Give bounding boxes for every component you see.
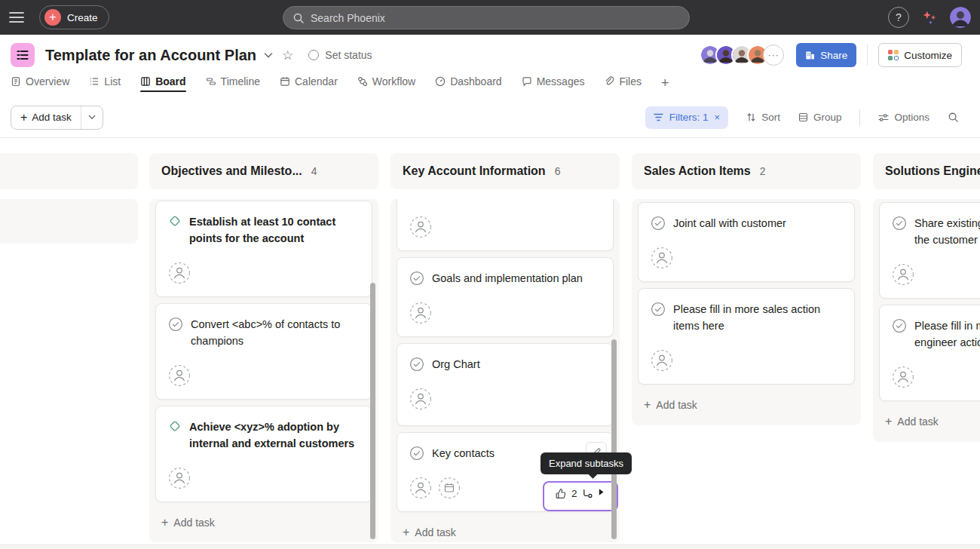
create-button[interactable]: + Create bbox=[39, 5, 109, 29]
add-task-label: Add task bbox=[415, 526, 455, 538]
customize-button[interactable]: Customize bbox=[878, 43, 962, 67]
column-title: Key Account Information bbox=[403, 164, 546, 178]
share-button[interactable]: Share bbox=[796, 43, 856, 67]
assignee-placeholder-icon[interactable] bbox=[168, 262, 191, 284]
thumbs-up-icon[interactable] bbox=[555, 488, 567, 500]
tab-messages[interactable]: Messages bbox=[522, 75, 585, 94]
task-title: Joint call with customer bbox=[673, 215, 786, 232]
milestone-icon[interactable] bbox=[168, 214, 182, 247]
assignee-placeholder-icon[interactable] bbox=[168, 467, 191, 489]
favorite-star-icon[interactable]: ☆ bbox=[282, 49, 293, 62]
assignee-placeholder-icon[interactable] bbox=[409, 302, 432, 324]
plus-icon: + bbox=[20, 111, 27, 124]
filters-chip[interactable]: Filters: 1 × bbox=[645, 106, 728, 129]
expand-subtasks-toggle[interactable]: 2 bbox=[543, 481, 618, 511]
set-status-button[interactable]: Set status bbox=[308, 49, 372, 61]
task-card[interactable]: Share existing the customer bbox=[879, 202, 980, 299]
hamburger-menu-icon[interactable] bbox=[0, 0, 33, 35]
assignee-placeholder-icon[interactable] bbox=[651, 247, 673, 269]
column-add-task-button[interactable]: + Add task bbox=[879, 407, 980, 436]
task-complete-icon[interactable] bbox=[651, 302, 666, 334]
assignee-placeholder-icon[interactable] bbox=[651, 349, 673, 372]
search-bar[interactable] bbox=[283, 6, 690, 29]
task-complete-icon[interactable] bbox=[651, 216, 666, 232]
task-complete-icon[interactable] bbox=[409, 271, 424, 287]
task-complete-icon[interactable] bbox=[892, 318, 907, 351]
tab-files[interactable]: Files bbox=[604, 75, 642, 94]
task-card[interactable]: Please fill in m engineer action it bbox=[879, 305, 980, 401]
task-complete-icon[interactable] bbox=[168, 317, 183, 349]
tab-board[interactable]: Board bbox=[140, 75, 185, 94]
board-toolbar: + Add task Filters: 1 × Sort Group Optio… bbox=[0, 97, 980, 138]
task-complete-icon[interactable] bbox=[892, 216, 907, 248]
task-card[interactable]: Establish at least 10 contact points for… bbox=[155, 201, 372, 297]
assignee-placeholder-icon[interactable] bbox=[409, 216, 432, 238]
tab-timeline[interactable]: Timeline bbox=[206, 75, 260, 94]
task-title: Achieve <xyz>% adoption by internal and … bbox=[189, 419, 360, 452]
column-header[interactable]: Objectives and Milesto... 4 bbox=[149, 153, 378, 189]
task-card[interactable]: Convert <abc>% of contacts to champions bbox=[155, 303, 372, 400]
assignee-placeholder-icon[interactable] bbox=[409, 388, 432, 410]
sort-button[interactable]: Sort bbox=[746, 112, 780, 123]
expand-subtasks-tooltip: Expand subtasks bbox=[541, 452, 632, 474]
task-card-key-contacts[interactable]: Key contacts 2 bbox=[397, 432, 614, 512]
group-button[interactable]: Group bbox=[798, 112, 842, 123]
subtask-count: 2 bbox=[571, 488, 577, 499]
project-header: Template for an Account Plan ☆ Set statu… bbox=[0, 35, 980, 75]
tab-calendar[interactable]: Calendar bbox=[280, 75, 338, 94]
task-title-line: Please fill in m bbox=[914, 317, 980, 334]
add-task-button[interactable]: + Add task bbox=[11, 106, 103, 130]
column-add-task-button[interactable]: + Add task bbox=[155, 508, 372, 537]
column-header[interactable]: Solutions Enginee bbox=[873, 153, 980, 189]
column-scrollbar[interactable] bbox=[370, 283, 375, 539]
task-card[interactable]: Joint call with customer bbox=[638, 202, 855, 282]
task-title-line: engineer action it bbox=[914, 334, 980, 351]
tab-add[interactable]: + bbox=[661, 75, 669, 97]
user-avatar[interactable] bbox=[950, 7, 971, 28]
tab-workflow[interactable]: Workflow bbox=[357, 75, 415, 94]
tab-dashboard[interactable]: Dashboard bbox=[435, 75, 502, 94]
status-circle-icon bbox=[308, 50, 319, 60]
task-card[interactable]: Please fill in more sales action items h… bbox=[638, 288, 855, 385]
header-divider bbox=[867, 44, 868, 66]
caret-right-icon bbox=[598, 488, 605, 496]
task-card-clipped[interactable] bbox=[397, 199, 614, 251]
tab-label: List bbox=[104, 75, 121, 87]
due-date-placeholder-icon[interactable] bbox=[438, 477, 461, 499]
column-header[interactable] bbox=[0, 153, 138, 189]
plus-icon: + bbox=[885, 415, 892, 428]
sort-label: Sort bbox=[761, 112, 780, 123]
task-complete-icon[interactable] bbox=[409, 446, 424, 462]
tab-overview[interactable]: Overview bbox=[11, 75, 69, 94]
add-task-dropdown[interactable] bbox=[81, 106, 103, 129]
assignee-placeholder-icon[interactable] bbox=[168, 364, 191, 387]
column-title: Objectives and Milesto... bbox=[161, 164, 302, 178]
task-card[interactable]: Goals and implementation plan bbox=[397, 257, 614, 337]
column-scrollbar[interactable] bbox=[611, 339, 617, 539]
ai-sparkles-icon[interactable] bbox=[921, 9, 938, 26]
column-header[interactable]: Key Account Information 6 bbox=[390, 153, 620, 189]
task-card[interactable]: Achieve <xyz>% adoption by internal and … bbox=[155, 406, 372, 502]
task-complete-icon[interactable] bbox=[409, 357, 424, 373]
column-header[interactable]: Sales Action Items 2 bbox=[632, 153, 861, 189]
board-canvas: Objectives and Milesto... 4 Establish at… bbox=[0, 138, 980, 549]
milestone-icon[interactable] bbox=[168, 419, 182, 452]
search-input[interactable] bbox=[311, 12, 680, 24]
clear-filters-icon[interactable]: × bbox=[715, 112, 721, 123]
column-count: 2 bbox=[760, 165, 766, 177]
more-members-button[interactable]: ··· bbox=[763, 44, 784, 66]
help-button[interactable]: ? bbox=[888, 7, 909, 28]
options-button[interactable]: Options bbox=[878, 112, 929, 123]
assignee-placeholder-icon[interactable] bbox=[892, 263, 914, 286]
add-task-label: Add task bbox=[32, 112, 72, 123]
search-tasks-button[interactable] bbox=[948, 112, 959, 123]
column-add-task-button[interactable]: + Add task bbox=[638, 391, 855, 419]
chevron-down-icon[interactable] bbox=[264, 52, 273, 58]
project-icon[interactable] bbox=[11, 43, 35, 67]
view-tabs: Overview List Board Timeline Calendar Wo… bbox=[0, 75, 980, 97]
assignee-placeholder-icon[interactable] bbox=[892, 366, 914, 388]
task-card[interactable]: Org Chart bbox=[397, 343, 614, 426]
column-add-task-button[interactable]: + Add task bbox=[397, 518, 614, 547]
assignee-placeholder-icon[interactable] bbox=[409, 477, 432, 499]
tab-list[interactable]: List bbox=[89, 75, 121, 94]
